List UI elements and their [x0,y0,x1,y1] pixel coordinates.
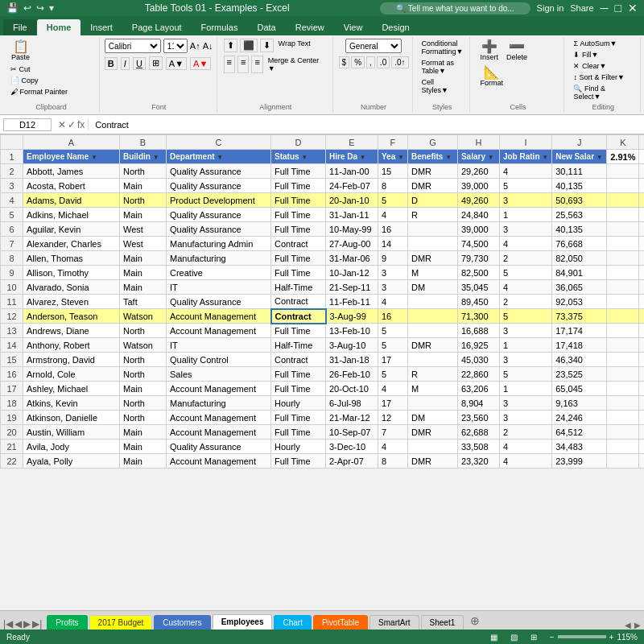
building[interactable]: Taft [120,295,167,309]
status[interactable]: Full Time [271,454,326,469]
job-rating[interactable]: 2 [499,251,551,266]
salary[interactable]: 22,860 [457,367,499,382]
col-l[interactable] [639,266,644,280]
salary[interactable]: 45,030 [457,353,499,367]
percent-button[interactable]: % [351,56,365,68]
salary[interactable]: 35,045 [457,280,499,295]
benefits-header[interactable]: Benefits ▼ [407,150,457,164]
new-salary[interactable]: 23,525 [552,367,607,382]
col-k[interactable] [607,440,639,454]
row-number[interactable]: 19 [1,411,23,425]
salary[interactable]: 71,300 [457,309,499,324]
hire-date[interactable]: 27-Aug-00 [326,237,378,251]
employee-name[interactable]: Atkins, Kevin [23,396,120,411]
formula-input[interactable]: Contract [92,119,641,130]
col-j-header[interactable]: J [552,135,607,150]
tab-file[interactable]: File [3,19,37,35]
col-l-header[interactable]: L [639,135,644,150]
salary[interactable]: 39,000 [457,222,499,237]
increase-font-button[interactable]: A↑ [190,41,200,51]
job-rating[interactable]: 5 [499,367,551,382]
maximize-button[interactable]: □ [615,2,621,14]
benefits[interactable]: DMR [407,425,457,440]
col-e-header[interactable]: E [326,135,378,150]
hire-date[interactable]: 13-Feb-10 [326,324,378,338]
job-rating[interactable]: 2 [499,425,551,440]
row-number[interactable]: 22 [1,454,23,469]
job-rating[interactable]: 5 [499,266,551,280]
close-button[interactable]: ✕ [628,2,638,14]
row-number[interactable]: 20 [1,425,23,440]
building[interactable]: North [120,324,167,338]
row-number[interactable]: 14 [1,338,23,353]
department[interactable]: Account Management [167,425,271,440]
employee-name[interactable]: Anthony, Robert [23,338,120,353]
col-f-header[interactable]: F [378,135,408,150]
tab-pivottable[interactable]: PivotTable [313,615,368,630]
hire-date[interactable]: 10-Jan-12 [326,266,378,280]
insert-function-icon[interactable]: fx [77,119,85,130]
job-rating[interactable]: 3 [499,396,551,411]
col-l[interactable] [639,440,644,454]
find-select-button[interactable]: 🔍 Find & Select▼ [571,84,635,101]
employee-name[interactable]: Alexander, Charles [23,237,120,251]
sign-in-button[interactable]: Sign in [537,3,564,13]
job-rating[interactable]: 4 [499,164,551,179]
col-k[interactable] [607,164,639,179]
department[interactable]: Account Management [167,309,271,324]
col-a-header[interactable]: A [23,135,120,150]
status[interactable]: Full Time [271,382,326,396]
job-rating[interactable]: 4 [499,237,551,251]
minimize-button[interactable]: ─ [601,2,609,14]
year[interactable]: 12 [378,411,408,425]
department[interactable]: IT [167,280,271,295]
cell-reference[interactable]: D12 [3,118,52,131]
col-k[interactable] [607,280,639,295]
year[interactable]: 14 [378,237,408,251]
new-salary[interactable]: 34,483 [552,440,607,454]
increase-decimal-button[interactable]: .0 [377,56,390,68]
col-k[interactable] [607,222,639,237]
job-rating[interactable]: 3 [499,324,551,338]
year[interactable]: 4 [378,295,408,309]
col-l[interactable] [639,208,644,222]
job-rating[interactable]: 1 [499,382,551,396]
row-number[interactable]: 5 [1,208,23,222]
decrease-decimal-button[interactable]: .0↑ [391,56,408,68]
salary[interactable]: 23,320 [457,454,499,469]
new-salary[interactable]: 17,174 [552,324,607,338]
year[interactable]: 16 [378,222,408,237]
benefits[interactable]: DMR [407,164,457,179]
copy-button[interactable]: 📄 Copy [8,76,70,85]
status[interactable]: Contract [271,353,326,367]
year[interactable]: 5 [378,367,408,382]
tab-design[interactable]: Design [372,19,419,35]
col-l[interactable] [639,222,644,237]
clear-button[interactable]: ✕ Clear▼ [571,61,609,71]
row-number[interactable]: 17 [1,382,23,396]
col-k[interactable] [607,179,639,193]
col-l[interactable] [639,396,644,411]
department-header[interactable]: Department ▼ [167,150,271,164]
col-l[interactable] [639,338,644,353]
building[interactable]: Main [120,251,167,266]
department[interactable]: Product Development [167,193,271,208]
zoom-in-button[interactable]: + [609,633,614,642]
jobrating-header[interactable]: Job Ratin ▼ [499,150,551,164]
zoom-slider[interactable] [558,635,606,638]
status[interactable]: Full Time [271,208,326,222]
status[interactable]: Full Time [271,324,326,338]
status[interactable]: Full Time [271,193,326,208]
tab-profits[interactable]: Profits [47,615,87,630]
salary[interactable]: 23,560 [457,411,499,425]
status[interactable]: Hourly [271,440,326,454]
building[interactable]: Main [120,440,167,454]
building[interactable]: North [120,353,167,367]
tab-customers[interactable]: Customers [154,615,210,630]
new-salary[interactable]: 9,163 [552,396,607,411]
status[interactable]: Full Time [271,425,326,440]
employee-name[interactable]: Allen, Thomas [23,251,120,266]
employee-name[interactable]: Adams, David [23,193,120,208]
customize-icon[interactable]: ▾ [49,2,54,14]
underline-button[interactable]: U [133,57,146,70]
